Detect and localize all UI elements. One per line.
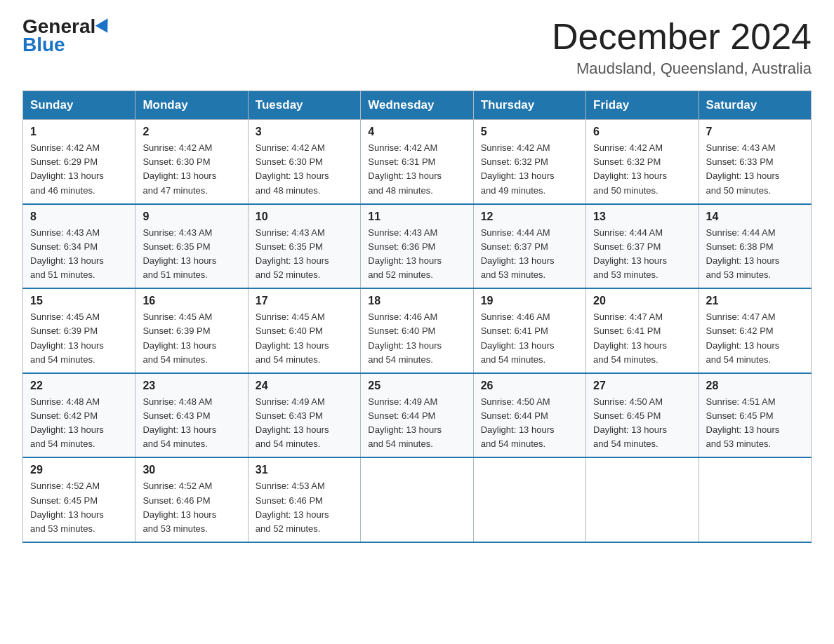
table-row: 13Sunrise: 4:44 AMSunset: 6:37 PMDayligh…	[586, 204, 699, 289]
location-title: Maudsland, Queensland, Australia	[552, 60, 812, 78]
calendar-table: Sunday Monday Tuesday Wednesday Thursday…	[22, 90, 812, 543]
table-row: 3Sunrise: 4:42 AMSunset: 6:30 PMDaylight…	[248, 120, 360, 204]
day-info: Sunrise: 4:45 AMSunset: 6:40 PMDaylight:…	[256, 310, 353, 367]
day-number: 9	[143, 210, 240, 223]
day-number: 29	[30, 464, 128, 476]
day-number: 12	[481, 210, 578, 223]
month-title: December 2024	[552, 17, 812, 57]
day-number: 26	[481, 380, 578, 392]
day-number: 4	[368, 126, 465, 138]
table-row: 28Sunrise: 4:51 AMSunset: 6:45 PMDayligh…	[699, 373, 811, 458]
day-info: Sunrise: 4:50 AMSunset: 6:45 PMDaylight:…	[593, 395, 691, 452]
day-info: Sunrise: 4:51 AMSunset: 6:45 PMDaylight:…	[706, 395, 804, 452]
day-info: Sunrise: 4:46 AMSunset: 6:41 PMDaylight:…	[481, 310, 578, 367]
calendar-header-row: Sunday Monday Tuesday Wednesday Thursday…	[23, 91, 812, 120]
table-row: 9Sunrise: 4:43 AMSunset: 6:35 PMDaylight…	[135, 204, 248, 289]
day-info: Sunrise: 4:42 AMSunset: 6:32 PMDaylight:…	[481, 141, 578, 198]
day-info: Sunrise: 4:45 AMSunset: 6:39 PMDaylight:…	[30, 310, 128, 367]
day-info: Sunrise: 4:49 AMSunset: 6:44 PMDaylight:…	[368, 395, 465, 452]
day-info: Sunrise: 4:52 AMSunset: 6:45 PMDaylight:…	[30, 479, 128, 536]
day-info: Sunrise: 4:42 AMSunset: 6:31 PMDaylight:…	[368, 141, 465, 198]
col-wednesday: Wednesday	[361, 91, 473, 120]
table-row: 11Sunrise: 4:43 AMSunset: 6:36 PMDayligh…	[361, 204, 473, 289]
table-row: 18Sunrise: 4:46 AMSunset: 6:40 PMDayligh…	[361, 288, 473, 373]
day-info: Sunrise: 4:42 AMSunset: 6:32 PMDaylight:…	[593, 141, 691, 198]
col-thursday: Thursday	[473, 91, 585, 120]
day-info: Sunrise: 4:53 AMSunset: 6:46 PMDaylight:…	[256, 479, 353, 536]
col-tuesday: Tuesday	[248, 91, 360, 120]
logo: General Blue	[22, 17, 112, 55]
title-area: December 2024 Maudsland, Queensland, Aus…	[552, 17, 812, 78]
day-info: Sunrise: 4:43 AMSunset: 6:35 PMDaylight:…	[256, 226, 353, 283]
page-header: General Blue December 2024 Maudsland, Qu…	[22, 17, 812, 78]
day-number: 6	[593, 126, 691, 138]
day-number: 22	[30, 380, 128, 392]
table-row: 8Sunrise: 4:43 AMSunset: 6:34 PMDaylight…	[23, 204, 135, 289]
day-info: Sunrise: 4:49 AMSunset: 6:43 PMDaylight:…	[256, 395, 353, 452]
day-info: Sunrise: 4:43 AMSunset: 6:35 PMDaylight:…	[143, 226, 240, 283]
table-row: 26Sunrise: 4:50 AMSunset: 6:44 PMDayligh…	[473, 373, 585, 458]
col-saturday: Saturday	[699, 91, 811, 120]
table-row: 2Sunrise: 4:42 AMSunset: 6:30 PMDaylight…	[135, 120, 248, 204]
table-row: 5Sunrise: 4:42 AMSunset: 6:32 PMDaylight…	[473, 120, 585, 204]
day-number: 8	[30, 210, 128, 223]
table-row: 24Sunrise: 4:49 AMSunset: 6:43 PMDayligh…	[248, 373, 360, 458]
table-row: 20Sunrise: 4:47 AMSunset: 6:41 PMDayligh…	[586, 288, 699, 373]
calendar-week-row: 1Sunrise: 4:42 AMSunset: 6:29 PMDaylight…	[23, 120, 812, 204]
day-number: 19	[481, 295, 578, 307]
day-number: 16	[143, 295, 240, 307]
day-info: Sunrise: 4:45 AMSunset: 6:39 PMDaylight:…	[143, 310, 240, 367]
day-number: 18	[368, 295, 465, 307]
day-number: 31	[256, 464, 353, 476]
day-info: Sunrise: 4:48 AMSunset: 6:42 PMDaylight:…	[30, 395, 128, 452]
table-row: 25Sunrise: 4:49 AMSunset: 6:44 PMDayligh…	[361, 373, 473, 458]
table-row: 15Sunrise: 4:45 AMSunset: 6:39 PMDayligh…	[23, 288, 135, 373]
day-number: 28	[706, 380, 804, 392]
day-info: Sunrise: 4:52 AMSunset: 6:46 PMDaylight:…	[143, 479, 240, 536]
table-row: 21Sunrise: 4:47 AMSunset: 6:42 PMDayligh…	[699, 288, 811, 373]
day-info: Sunrise: 4:48 AMSunset: 6:43 PMDaylight:…	[143, 395, 240, 452]
day-info: Sunrise: 4:50 AMSunset: 6:44 PMDaylight:…	[481, 395, 578, 452]
table-row	[699, 457, 811, 542]
table-row: 31Sunrise: 4:53 AMSunset: 6:46 PMDayligh…	[248, 457, 360, 542]
col-friday: Friday	[586, 91, 699, 120]
calendar-week-row: 29Sunrise: 4:52 AMSunset: 6:45 PMDayligh…	[23, 457, 812, 542]
day-number: 27	[593, 380, 691, 392]
day-info: Sunrise: 4:44 AMSunset: 6:37 PMDaylight:…	[593, 226, 691, 283]
calendar-week-row: 22Sunrise: 4:48 AMSunset: 6:42 PMDayligh…	[23, 373, 812, 458]
table-row: 22Sunrise: 4:48 AMSunset: 6:42 PMDayligh…	[23, 373, 135, 458]
day-info: Sunrise: 4:43 AMSunset: 6:33 PMDaylight:…	[706, 141, 804, 198]
calendar-week-row: 8Sunrise: 4:43 AMSunset: 6:34 PMDaylight…	[23, 204, 812, 289]
table-row: 1Sunrise: 4:42 AMSunset: 6:29 PMDaylight…	[23, 120, 135, 204]
day-number: 3	[256, 126, 353, 138]
day-info: Sunrise: 4:43 AMSunset: 6:34 PMDaylight:…	[30, 226, 128, 283]
day-number: 1	[30, 126, 128, 138]
table-row	[473, 457, 585, 542]
table-row: 6Sunrise: 4:42 AMSunset: 6:32 PMDaylight…	[586, 120, 699, 204]
table-row: 23Sunrise: 4:48 AMSunset: 6:43 PMDayligh…	[135, 373, 248, 458]
day-info: Sunrise: 4:46 AMSunset: 6:40 PMDaylight:…	[368, 310, 465, 367]
table-row: 29Sunrise: 4:52 AMSunset: 6:45 PMDayligh…	[23, 457, 135, 542]
day-number: 20	[593, 295, 691, 307]
day-number: 30	[143, 464, 240, 476]
day-number: 23	[143, 380, 240, 392]
day-number: 14	[706, 210, 804, 223]
table-row: 7Sunrise: 4:43 AMSunset: 6:33 PMDaylight…	[699, 120, 811, 204]
table-row: 19Sunrise: 4:46 AMSunset: 6:41 PMDayligh…	[473, 288, 585, 373]
table-row: 14Sunrise: 4:44 AMSunset: 6:38 PMDayligh…	[699, 204, 811, 289]
day-number: 17	[256, 295, 353, 307]
table-row: 16Sunrise: 4:45 AMSunset: 6:39 PMDayligh…	[135, 288, 248, 373]
table-row	[586, 457, 699, 542]
calendar-week-row: 15Sunrise: 4:45 AMSunset: 6:39 PMDayligh…	[23, 288, 812, 373]
table-row	[361, 457, 473, 542]
day-info: Sunrise: 4:42 AMSunset: 6:30 PMDaylight:…	[256, 141, 353, 198]
day-number: 2	[143, 126, 240, 138]
table-row: 10Sunrise: 4:43 AMSunset: 6:35 PMDayligh…	[248, 204, 360, 289]
table-row: 12Sunrise: 4:44 AMSunset: 6:37 PMDayligh…	[473, 204, 585, 289]
day-info: Sunrise: 4:44 AMSunset: 6:38 PMDaylight:…	[706, 226, 804, 283]
day-number: 11	[368, 210, 465, 223]
logo-blue: Blue	[22, 34, 65, 55]
day-number: 13	[593, 210, 691, 223]
day-number: 7	[706, 126, 804, 138]
day-info: Sunrise: 4:42 AMSunset: 6:30 PMDaylight:…	[143, 141, 240, 198]
